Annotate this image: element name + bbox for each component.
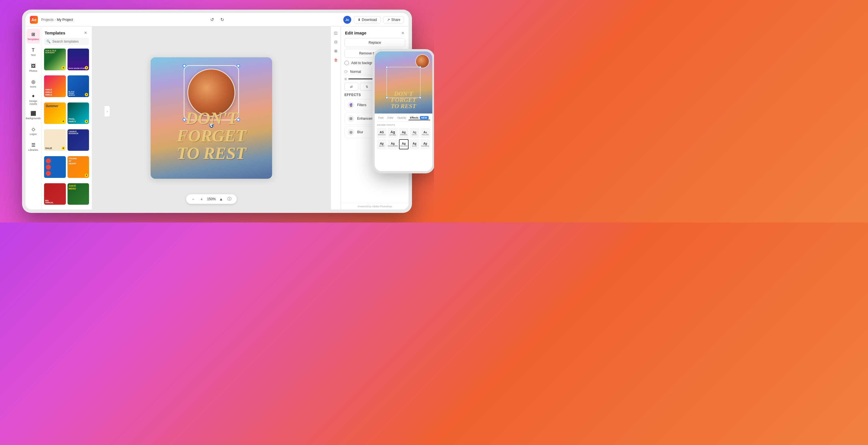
template-card[interactable]: CASALEHOSSACK	[67, 129, 89, 151]
undo-button[interactable]: ↺	[208, 16, 216, 24]
phone-circle-image	[415, 54, 430, 68]
app-logo: Ae	[30, 16, 38, 24]
zoom-up-button[interactable]: ▲	[218, 196, 224, 202]
zoom-in-button[interactable]: +	[198, 196, 205, 202]
template-card[interactable]: YOUNGATHEART ♛	[67, 156, 89, 178]
template-card[interactable]: SALE ♛	[44, 129, 66, 151]
phone-font-item[interactable]: AgOPTIMA	[388, 128, 398, 138]
template-card[interactable]: JUICEMENU	[67, 183, 89, 205]
phone-handle-tl	[386, 66, 388, 68]
template-card[interactable]: PACK HOUSE STUDIOS ♛	[67, 48, 89, 70]
template-card[interactable]: SUN & TILENURSERY ♛	[44, 48, 66, 70]
breadcrumb: Projects › My Project	[41, 18, 73, 22]
phone-font-item-selected[interactable]: AgOBLIQUE	[399, 139, 409, 149]
flip-h-button[interactable]: ⇄	[344, 83, 358, 91]
top-bar-right: Jo ⬇ Download ↗ Share	[343, 16, 404, 24]
phone-font-item[interactable]: AgELSO	[410, 139, 419, 149]
sidebar-item-backgrounds[interactable]: ⬛ Backgrounds	[27, 108, 40, 123]
blur-icon: ◎	[347, 129, 354, 136]
top-bar-center: ↺ ↻	[208, 16, 226, 24]
template-card[interactable]	[44, 156, 66, 178]
share-icon: ↗	[387, 18, 390, 22]
zoom-out-button[interactable]: −	[190, 196, 196, 202]
panel-header: Templates ✕	[41, 27, 92, 38]
blend-mode-label: Normal	[350, 70, 361, 74]
phone-main-text: DON'T FORGET TO REST	[377, 91, 430, 109]
canvas-main-text: DON'T FORGET TO REST	[156, 109, 267, 162]
layers-tool-button[interactable]: ◫	[332, 29, 340, 37]
phone-font-item[interactable]: AgSTENCIL	[399, 128, 409, 138]
phone-screen: DON'T FORGET TO REST Font Color Opacity …	[375, 52, 432, 171]
template-card[interactable]: Summer ♛	[44, 102, 66, 124]
resize-tool-button[interactable]: ⊡	[332, 38, 340, 46]
search-icon: 🔍	[46, 39, 51, 43]
icons-icon: ◎	[31, 79, 36, 85]
canvas-main: ↺ DON'T FORGET TO REST	[151, 57, 272, 179]
sidebar-item-libraries[interactable]: ☰ Libraries	[27, 139, 40, 154]
phone-ui-bottom: Font Color Opacity Effects NEW ADOBE FON…	[375, 113, 432, 171]
app-window: Ae Projects › My Project ↺ ↻ Jo ⬇ Downlo…	[25, 13, 409, 209]
templates-icon: ⊞	[31, 32, 36, 37]
flip-v-button[interactable]: ⇅	[360, 83, 374, 91]
phone-canvas: DON'T FORGET TO REST	[375, 52, 432, 113]
sidebar-item-icons[interactable]: ◎ Icons	[27, 76, 40, 91]
edit-panel-header: Edit image ✕	[341, 27, 409, 38]
template-card[interactable]: BIGANNUAL	[44, 183, 66, 205]
phone-font-item[interactable]: AgSURREAL	[421, 139, 430, 149]
crown-badge: ♛	[62, 66, 65, 69]
add-background-checkbox[interactable]	[344, 61, 349, 65]
top-bar: Ae Projects › My Project ↺ ↻ Jo ⬇ Downlo…	[25, 13, 409, 27]
panel-close-button[interactable]: ✕	[83, 30, 88, 36]
sidebar-item-photos[interactable]: 🖼 Photos	[27, 61, 40, 75]
panel-title: Templates	[44, 31, 65, 35]
download-button[interactable]: ⬇ Download	[354, 16, 381, 24]
replace-button[interactable]: Replace	[344, 38, 405, 47]
sidebar-item-templates[interactable]: ⊞ Templates	[27, 29, 40, 43]
main-content: ⊞ Templates T Text 🖼 Photos ◎ Icons ✦	[25, 27, 409, 209]
text-icon: T	[31, 47, 36, 53]
sidebar-item-text[interactable]: T Text	[27, 45, 40, 59]
search-box[interactable]: 🔍	[44, 38, 89, 45]
enhancements-icon: ⊟	[347, 115, 354, 122]
zoom-info-button[interactable]: ⓘ	[226, 196, 232, 202]
sidebar-item-design-assets[interactable]: ✦ Design Assets	[27, 92, 40, 107]
share-button[interactable]: ↗ Share	[383, 16, 404, 24]
search-input[interactable]	[52, 39, 87, 43]
template-card[interactable]: POOLPARTY ♛	[67, 102, 89, 124]
template-card[interactable]: BLACKSTORYMONTH ♛	[67, 75, 89, 97]
panel-expand-button[interactable]: ›	[104, 106, 110, 117]
device-frame: Ae Projects › My Project ↺ ↻ Jo ⬇ Downlo…	[22, 10, 412, 213]
phone-font-item[interactable]: AgBILBO	[377, 139, 386, 149]
phone-tab-font[interactable]: Font	[377, 116, 385, 120]
phone-tab-opacity[interactable]: Opacity	[396, 116, 408, 120]
redo-button[interactable]: ↻	[218, 16, 226, 24]
phone-font-item[interactable]: AgTRAJAN	[421, 128, 430, 138]
canvas-area: ↺ DON'T FORGET TO REST	[92, 27, 331, 209]
crown-badge: ♛	[85, 93, 88, 96]
grid-tool-button[interactable]: ⊞	[332, 47, 340, 55]
canvas-text-overlay: DON'T FORGET TO REST	[156, 109, 267, 162]
phone-font-item[interactable]: AGGRAECO	[377, 128, 386, 138]
phone-font-item[interactable]: AgMENO	[410, 128, 419, 138]
crown-badge: ♛	[62, 146, 65, 150]
zoom-bar: − + 150% ▲ ⓘ	[186, 194, 237, 204]
delete-tool-button[interactable]: 🗑	[332, 56, 340, 64]
sidebar-item-logos[interactable]: ◇ Logos	[27, 124, 40, 138]
template-card[interactable]: SMILESMILESMILE	[44, 75, 66, 97]
crown-badge: ♛	[62, 120, 65, 123]
templates-panel: Templates ✕ 🔍 SUN & TILENURSERY ♛ PACK	[41, 27, 92, 209]
left-sidebar: ⊞ Templates T Text 🖼 Photos ◎ Icons ✦	[25, 27, 41, 209]
avatar: Jo	[343, 16, 351, 24]
crown-badge: ♛	[85, 66, 88, 69]
effects-new-badge: NEW	[420, 116, 429, 119]
phone-tab-color[interactable]: Color	[386, 116, 395, 120]
filters-label: Filters	[357, 103, 367, 107]
template-grid: SUN & TILENURSERY ♛ PACK HOUSE STUDIOS ♛…	[41, 47, 92, 209]
phone-tab-row: Font Color Opacity Effects NEW	[377, 116, 430, 122]
phone-tab-effects[interactable]: Effects NEW	[409, 116, 430, 120]
right-tools: ◫ ⊡ ⊞ 🗑	[331, 27, 341, 209]
adobe-fonts-label: ADOBE FONTS	[377, 124, 430, 126]
edit-panel-close-button[interactable]: ✕	[401, 31, 405, 35]
phone-mockup: DON'T FORGET TO REST Font Color Opacity …	[372, 49, 434, 173]
phone-font-item[interactable]: AgGARAMOND	[388, 139, 398, 149]
